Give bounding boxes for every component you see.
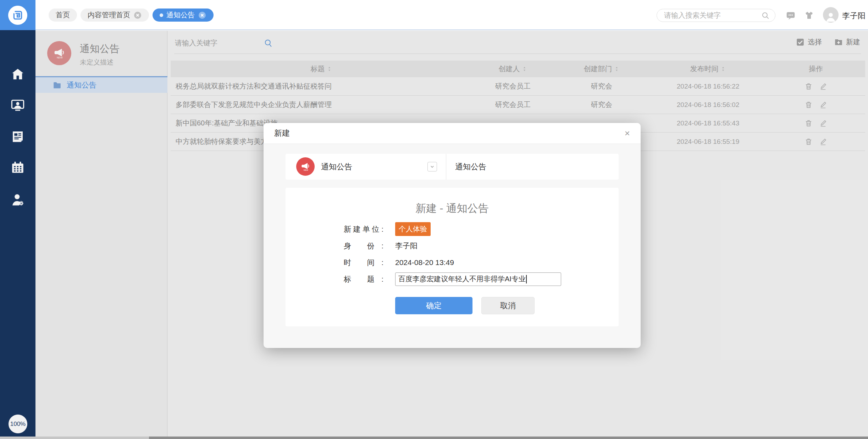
user-name[interactable]: 李子阳 — [842, 11, 866, 21]
tab-active-dot — [160, 13, 163, 17]
user-avatar[interactable] — [823, 7, 839, 23]
field-label: 标 题: — [344, 274, 383, 284]
breadcrumb-tab-2[interactable]: 通知公告 — [153, 9, 214, 22]
target-category-label: 通知公告 — [455, 162, 486, 172]
scrollbar-thumb[interactable] — [149, 437, 868, 439]
type-dropdown[interactable] — [427, 162, 437, 171]
tab-label: 内容管理首页 — [88, 10, 130, 20]
text-caret — [526, 275, 527, 283]
horizontal-scrollbar[interactable] — [0, 437, 868, 439]
chevron-down-icon — [430, 164, 435, 169]
field-value: 李子阳 — [395, 241, 418, 251]
field-value: 2024-08-20 13:49 — [395, 258, 454, 267]
modal-header: 新建 × — [264, 123, 641, 144]
selector-divider — [446, 154, 446, 180]
create-form-card: 新建 - 通知公告 新建单位:个人体验身 份:李子阳时 间:2024-08-20… — [286, 188, 619, 326]
modal-title: 新建 — [274, 128, 290, 139]
cancel-button[interactable]: 取消 — [481, 297, 535, 314]
breadcrumb-tab-0[interactable]: 首页 — [49, 9, 77, 22]
app-root: 首页内容管理首页通知公告 李子阳 100% — [0, 0, 868, 439]
tab-close-icon[interactable] — [198, 11, 206, 19]
search-icon[interactable] — [761, 11, 770, 20]
theme-shirt-icon[interactable] — [804, 10, 814, 21]
breadcrumb-tab-1[interactable]: 内容管理首页 — [81, 9, 149, 22]
create-modal: 新建 × NEW 通知公告 通知公告 新建 - 通知公告 新建单位:个人体验身 … — [264, 123, 641, 348]
tab-label: 首页 — [56, 10, 70, 20]
selected-type-label: 通知公告 — [321, 162, 352, 172]
global-search[interactable] — [657, 9, 775, 22]
form-fields: 新建单位:个人体验身 份:李子阳时 间:2024-08-20 13:49标 题:… — [286, 221, 619, 287]
field-label: 新建单位: — [344, 224, 383, 234]
type-selector-card: NEW 通知公告 通知公告 — [286, 154, 619, 180]
form-field-unit: 新建单位:个人体验 — [286, 221, 619, 237]
form-title: 新建 - 通知公告 — [286, 201, 619, 216]
megaphone-icon: NEW — [296, 157, 315, 176]
confirm-button[interactable]: 确定 — [395, 297, 472, 314]
title-input-value: 百度李彦宏建议年轻人不用非得学AI专业 — [398, 274, 526, 284]
svg-text:NEW: NEW — [304, 169, 309, 171]
field-label: 身 份: — [344, 241, 383, 251]
field-label: 时 间: — [344, 258, 383, 268]
message-icon[interactable] — [785, 10, 796, 21]
close-icon[interactable]: × — [625, 129, 630, 138]
form-field-title: 标 题:百度李彦宏建议年轻人不用非得学AI专业 — [286, 271, 619, 287]
tab-close-icon[interactable] — [133, 11, 142, 19]
tab-label: 通知公告 — [166, 10, 195, 20]
form-buttons: 确定 取消 — [395, 297, 535, 314]
title-input[interactable]: 百度李彦宏建议年轻人不用非得学AI专业 — [395, 272, 561, 286]
logo-spiral-icon — [8, 6, 27, 25]
form-field-time: 时 间:2024-08-20 13:49 — [286, 254, 619, 271]
global-search-input[interactable] — [664, 11, 761, 19]
form-field-identity: 身 份:李子阳 — [286, 237, 619, 254]
topbar: 首页内容管理首页通知公告 李子阳 — [0, 0, 868, 30]
app-logo[interactable] — [0, 0, 35, 30]
breadcrumb-tabs: 首页内容管理首页通知公告 — [49, 9, 214, 22]
unit-badge: 个人体验 — [395, 222, 431, 236]
